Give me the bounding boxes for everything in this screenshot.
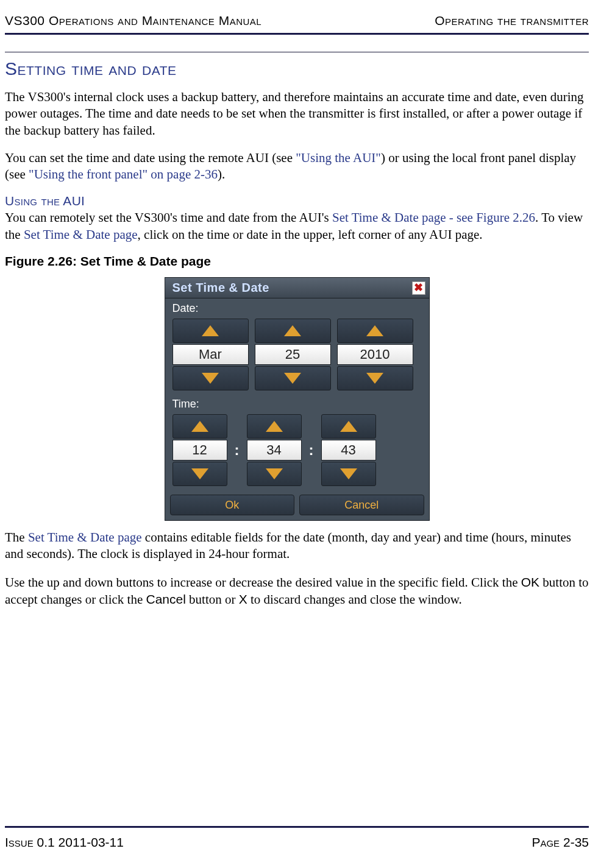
- figure-caption: Figure 2.26: Set Time & Date page: [5, 254, 589, 269]
- arrow-up-icon: [266, 421, 283, 432]
- footer-left: Issue 0.1 2011-03-11: [5, 835, 124, 850]
- month-spinner: Mar: [172, 319, 249, 390]
- p4-text-a: The: [5, 530, 28, 545]
- year-down-button[interactable]: [337, 366, 413, 390]
- second-up-button[interactable]: [321, 414, 376, 439]
- subheading-using-aui: Using the AUI: [5, 194, 589, 208]
- second-spinner: 43: [321, 414, 376, 486]
- set-time-date-dialog: Set Time & Date ✖ Date: Mar 25 2010 Time…: [165, 277, 430, 521]
- p2-text-a: You can set the time and date using the …: [5, 150, 296, 165]
- hour-down-button[interactable]: [172, 462, 227, 486]
- ok-button[interactable]: Ok: [170, 495, 295, 515]
- footer-right: Page 2-35: [532, 835, 589, 850]
- arrow-up-icon: [202, 325, 219, 336]
- arrow-down-icon: [191, 468, 208, 479]
- minute-value[interactable]: 34: [247, 440, 302, 460]
- dialog-titlebar: Set Time & Date ✖: [165, 278, 429, 298]
- section-heading: Setting time and date: [5, 58, 589, 79]
- minute-down-button[interactable]: [247, 462, 302, 486]
- x-label-ref: X: [239, 592, 247, 606]
- month-up-button[interactable]: [172, 319, 249, 343]
- date-spinners: Mar 25 2010: [165, 317, 429, 394]
- time-colon-1: :: [233, 442, 241, 459]
- day-spinner: 25: [255, 319, 331, 390]
- arrow-up-icon: [191, 421, 208, 432]
- page-header: VS300 Operations and Maintenance Manual …: [5, 13, 589, 33]
- header-left: VS300 Operations and Maintenance Manual: [5, 13, 261, 28]
- year-value[interactable]: 2010: [337, 344, 413, 365]
- paragraph-4: The Set Time & Date page contains editab…: [5, 529, 589, 563]
- arrow-up-icon: [340, 421, 357, 432]
- close-icon[interactable]: ✖: [412, 281, 425, 295]
- header-right: Operating the transmitter: [435, 13, 589, 28]
- month-down-button[interactable]: [172, 366, 249, 390]
- arrow-up-icon: [284, 325, 301, 336]
- p5-text-a: Use the up and down buttons to increase …: [5, 575, 521, 590]
- day-down-button[interactable]: [255, 366, 331, 390]
- section-rule: [5, 52, 589, 52]
- cancel-label-ref: Cancel: [146, 592, 185, 606]
- time-label: Time:: [165, 394, 429, 413]
- dialog-title: Set Time & Date: [172, 281, 269, 295]
- hour-up-button[interactable]: [172, 414, 227, 439]
- paragraph-2: You can set the time and date using the …: [5, 150, 589, 183]
- date-label: Date:: [165, 298, 429, 317]
- link-set-time-date-fig[interactable]: Set Time & Date page - see Figure 2.26: [332, 210, 535, 225]
- day-value[interactable]: 25: [255, 344, 331, 365]
- footer-rule: [5, 826, 589, 828]
- minute-up-button[interactable]: [247, 414, 302, 439]
- year-up-button[interactable]: [337, 319, 413, 343]
- figure-wrap: Set Time & Date ✖ Date: Mar 25 2010 Time…: [5, 277, 589, 521]
- ok-label-ref: OK: [521, 575, 539, 589]
- header-rule: [5, 33, 589, 35]
- time-colon-2: :: [308, 442, 315, 459]
- arrow-down-icon: [202, 373, 219, 384]
- hour-value[interactable]: 12: [172, 440, 227, 460]
- minute-spinner: 34: [247, 414, 302, 486]
- second-down-button[interactable]: [321, 462, 376, 486]
- arrow-down-icon: [266, 468, 283, 479]
- paragraph-1: The VS300's internal clock uses a backup…: [5, 89, 589, 139]
- month-value[interactable]: Mar: [172, 344, 249, 365]
- page-footer: Issue 0.1 2011-03-11 Page 2-35: [5, 835, 589, 850]
- time-spinners: 12 : 34 : 43: [165, 413, 429, 490]
- day-up-button[interactable]: [255, 319, 331, 343]
- link-using-front-panel[interactable]: "Using the front panel" on page 2-36: [29, 167, 218, 182]
- second-value[interactable]: 43: [321, 440, 376, 460]
- link-set-time-date-page[interactable]: Set Time & Date page: [24, 227, 138, 242]
- year-spinner: 2010: [337, 319, 413, 390]
- arrow-up-icon: [366, 325, 383, 336]
- paragraph-3: You can remotely set the VS300's time an…: [5, 210, 589, 243]
- p3-text-c: , click on the time or date in the upper…: [138, 227, 483, 242]
- arrow-down-icon: [284, 373, 301, 384]
- paragraph-5: Use the up and down buttons to increase …: [5, 574, 589, 609]
- p5-text-d: to discard changes and close the window.: [247, 592, 462, 607]
- link-using-aui[interactable]: "Using the AUI": [296, 150, 381, 165]
- p3-text-a: You can remotely set the VS300's time an…: [5, 210, 332, 225]
- arrow-down-icon: [366, 373, 383, 384]
- p5-text-c: button or: [186, 592, 239, 607]
- p2-text-c: ).: [218, 167, 225, 182]
- link-set-time-date-page-2[interactable]: Set Time & Date page: [28, 530, 142, 545]
- cancel-button[interactable]: Cancel: [299, 495, 424, 515]
- arrow-down-icon: [340, 468, 357, 479]
- hour-spinner: 12: [172, 414, 227, 486]
- dialog-buttons: Ok Cancel: [165, 490, 429, 520]
